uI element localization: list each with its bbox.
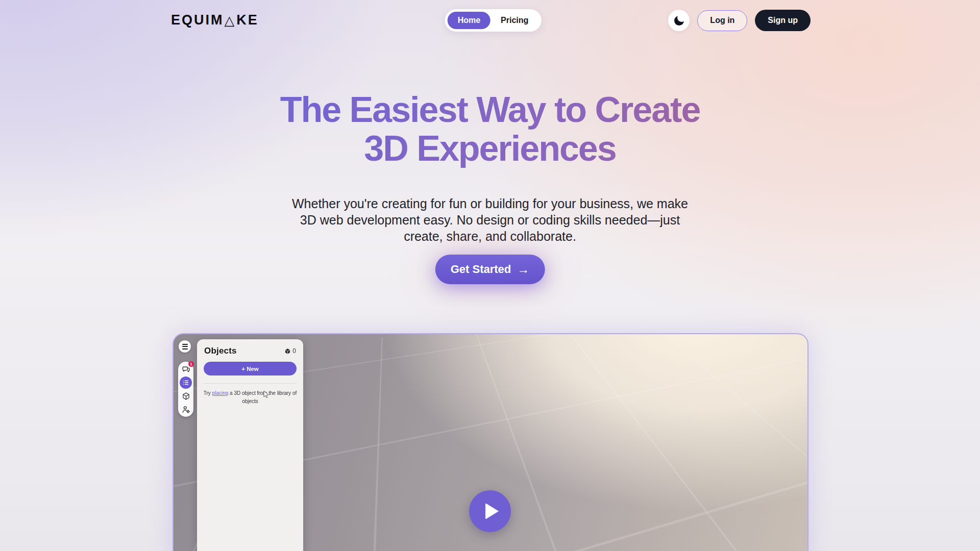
play-button[interactable] — [469, 490, 511, 532]
hero-subtitle-line2: 3D web development easy. No design or co… — [276, 212, 704, 228]
app-preview: 1 Objects — [173, 333, 808, 551]
cube-counter-icon — [284, 348, 291, 355]
hero-subtitle-line1: Whether you're creating for fun or build… — [276, 195, 704, 212]
moon-icon — [674, 16, 684, 26]
logo-text-left: EQUIM — [171, 12, 224, 28]
play-icon — [485, 503, 499, 519]
hero-title-line2: 3D Experiences — [0, 129, 980, 168]
objects-panel-title: Objects — [204, 346, 237, 356]
placing-link[interactable]: placing — [212, 390, 229, 396]
new-object-button[interactable]: + New — [204, 362, 297, 375]
tool-sidebar: 1 — [178, 362, 193, 417]
theme-toggle-button[interactable] — [668, 10, 690, 31]
cube-icon — [182, 392, 190, 400]
logo-triangle-icon: △ — [225, 13, 236, 28]
user-gear-icon — [182, 405, 190, 414]
hero-title-line1: The Easiest Way to Create — [0, 90, 980, 129]
menu-icon — [182, 344, 188, 345]
library-cube-button[interactable] — [180, 390, 192, 402]
logo: EQUIM △ KE — [171, 12, 259, 28]
object-counter: 0 — [284, 347, 296, 355]
nav-tabs: Home Pricing — [445, 9, 542, 32]
logo-text-right: KE — [236, 12, 259, 28]
hero-title: The Easiest Way to Create 3D Experiences — [0, 90, 980, 168]
top-navigation: EQUIM △ KE Home Pricing Log in Sign up — [0, 0, 980, 41]
arrow-right-icon: → — [517, 262, 529, 277]
objects-list-button[interactable] — [180, 377, 192, 389]
panel-divider — [204, 383, 297, 384]
user-settings-button[interactable] — [180, 404, 192, 416]
object-count-value: 0 — [292, 347, 296, 355]
hero-subtitle: Whether you're creating for fun or build… — [276, 195, 704, 244]
placement-hint: Try placing a 3D object from the library… — [202, 389, 298, 406]
hero-subtitle-line3: create, share, and collaborate. — [276, 228, 704, 244]
menu-button[interactable] — [179, 340, 191, 353]
objects-panel-header: Objects 0 — [197, 339, 303, 360]
objects-panel: Objects 0 + New Try placing a 3D object … — [197, 339, 303, 551]
tab-home[interactable]: Home — [448, 12, 491, 29]
login-button[interactable]: Log in — [697, 10, 747, 31]
nav-actions: Log in Sign up — [668, 10, 811, 31]
mouse-cursor-icon — [263, 390, 270, 398]
tab-pricing[interactable]: Pricing — [491, 12, 538, 29]
chat-button[interactable]: 1 — [180, 363, 192, 375]
get-started-button[interactable]: Get Started → — [435, 255, 545, 284]
get-started-label: Get Started — [451, 263, 511, 276]
signup-button[interactable]: Sign up — [755, 10, 811, 31]
list-icon — [182, 379, 189, 386]
